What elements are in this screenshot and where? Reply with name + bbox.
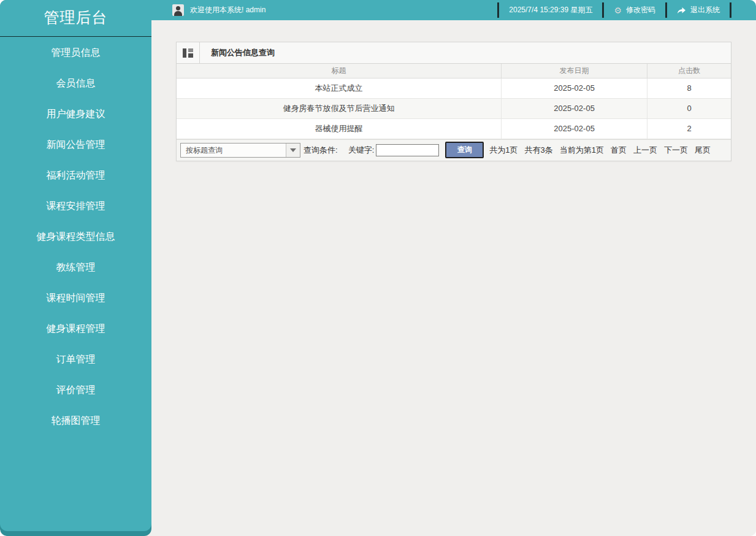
- sidebar: 管理后台 管理员信息 会员信息 用户健身建议 新闻公告管理 福利活动管理 课程安…: [0, 0, 151, 536]
- sidebar-item-carousel-management[interactable]: 轮播图管理: [0, 405, 151, 436]
- sidebar-item-course-schedule[interactable]: 课程安排管理: [0, 191, 151, 221]
- cell-clicks: 8: [647, 78, 731, 98]
- logout-label: 退出系统: [690, 5, 720, 15]
- cell-title: 健身房春节放假及节后营业通知: [177, 98, 502, 118]
- column-header-title: 标题: [177, 64, 502, 78]
- panel-header: 新闻公告信息查询: [177, 42, 731, 64]
- gear-icon: ⚙: [614, 6, 622, 15]
- column-header-date: 发布日期: [502, 64, 647, 78]
- sidebar-item-review-management[interactable]: 评价管理: [0, 375, 151, 405]
- sidebar-inner: 管理后台 管理员信息 会员信息 用户健身建议 新闻公告管理 福利活动管理 课程安…: [0, 0, 151, 531]
- logout-button[interactable]: 退出系统: [667, 0, 730, 20]
- panel-title: 新闻公告信息查询: [211, 42, 275, 63]
- query-button[interactable]: 查询: [445, 142, 484, 158]
- pagination: 共为1页 共有3条 当前为第1页 首页 上一页 下一页 尾页: [489, 145, 711, 156]
- chevron-down-icon: [290, 148, 296, 152]
- news-query-panel: 新闻公告信息查询 标题 发布日期 点击数 本站正式成立 2025-02-05 8: [176, 42, 731, 161]
- cell-date: 2025-02-05: [502, 78, 647, 98]
- first-page-link[interactable]: 首页: [611, 145, 627, 156]
- topbar-actions: 2025/7/4 15:29:39 星期五 ⚙ 修改密码 退出系统: [497, 0, 756, 20]
- query-type-dropdown[interactable]: 按标题查询: [180, 143, 300, 158]
- total-pages: 共为1页: [489, 145, 517, 156]
- sidebar-item-course-type-info[interactable]: 健身课程类型信息: [0, 221, 151, 252]
- user-chip: 欢迎使用本系统! admin: [172, 4, 265, 16]
- app-window: 管理后台 管理员信息 会员信息 用户健身建议 新闻公告管理 福利活动管理 课程安…: [0, 0, 756, 536]
- sidebar-item-news-management[interactable]: 新闻公告管理: [0, 129, 151, 160]
- current-page: 当前为第1页: [560, 145, 604, 156]
- query-bar: 按标题查询 查询条件: 关键字: 查询 共为1页 共有3条 当前为第1页 首页 …: [177, 139, 731, 161]
- datetime-text: 2025/7/4 15:29:39 星期五: [509, 5, 592, 15]
- cell-date: 2025-02-05: [502, 98, 647, 118]
- change-password-label: 修改密码: [626, 5, 655, 15]
- change-password-button[interactable]: ⚙ 修改密码: [604, 0, 665, 20]
- sidebar-item-order-management[interactable]: 订单管理: [0, 344, 151, 375]
- column-header-clicks: 点击数: [647, 64, 731, 78]
- main-content: 新闻公告信息查询 标题 发布日期 点击数 本站正式成立 2025-02-05 8: [151, 20, 756, 536]
- next-page-link[interactable]: 下一页: [664, 145, 688, 156]
- sidebar-item-coach-management[interactable]: 教练管理: [0, 252, 151, 283]
- dropdown-arrow-cell: [286, 144, 300, 157]
- panel-icon-cell: [177, 42, 200, 63]
- sidebar-menu: 管理员信息 会员信息 用户健身建议 新闻公告管理 福利活动管理 课程安排管理 健…: [0, 37, 151, 436]
- grid-layout-icon: [183, 48, 193, 58]
- sidebar-item-admin-info[interactable]: 管理员信息: [0, 37, 151, 68]
- datetime-display: 2025/7/4 15:29:39 星期五: [499, 0, 602, 20]
- cell-title: 本站正式成立: [177, 78, 502, 98]
- welcome-text: 欢迎使用本系统! admin: [190, 5, 265, 15]
- keyword-input[interactable]: [376, 144, 439, 156]
- sidebar-item-course-time[interactable]: 课程时间管理: [0, 283, 151, 313]
- sidebar-item-user-fitness-advice[interactable]: 用户健身建议: [0, 99, 151, 129]
- cell-clicks: 2: [647, 118, 731, 139]
- sidebar-item-member-info[interactable]: 会员信息: [0, 68, 151, 99]
- query-type-selected: 按标题查询: [181, 144, 286, 157]
- cell-date: 2025-02-05: [502, 118, 647, 139]
- topbar: 欢迎使用本系统! admin 2025/7/4 15:29:39 星期五 ⚙ 修…: [151, 0, 756, 20]
- news-table: 标题 发布日期 点击数 本站正式成立 2025-02-05 8 健身房春节放假及…: [177, 64, 731, 139]
- logout-arrow-icon: [677, 7, 686, 14]
- sidebar-item-welfare-activity[interactable]: 福利活动管理: [0, 160, 151, 191]
- prev-page-link[interactable]: 上一页: [633, 145, 657, 156]
- condition-label: 查询条件:: [304, 145, 338, 156]
- cell-title: 器械使用提醒: [177, 118, 502, 139]
- total-items: 共有3条: [524, 145, 552, 156]
- table-row: 器械使用提醒 2025-02-05 2: [177, 118, 731, 139]
- table-row: 本站正式成立 2025-02-05 8: [177, 78, 731, 98]
- app-title: 管理后台: [0, 0, 151, 37]
- table-row: 健身房春节放假及节后营业通知 2025-02-05 0: [177, 98, 731, 118]
- sidebar-item-fitness-course[interactable]: 健身课程管理: [0, 313, 151, 344]
- keyword-label: 关键字:: [348, 145, 375, 156]
- user-icon: [172, 4, 184, 16]
- cell-clicks: 0: [647, 98, 731, 118]
- last-page-link[interactable]: 尾页: [695, 145, 711, 156]
- table-header-row: 标题 发布日期 点击数: [177, 64, 731, 78]
